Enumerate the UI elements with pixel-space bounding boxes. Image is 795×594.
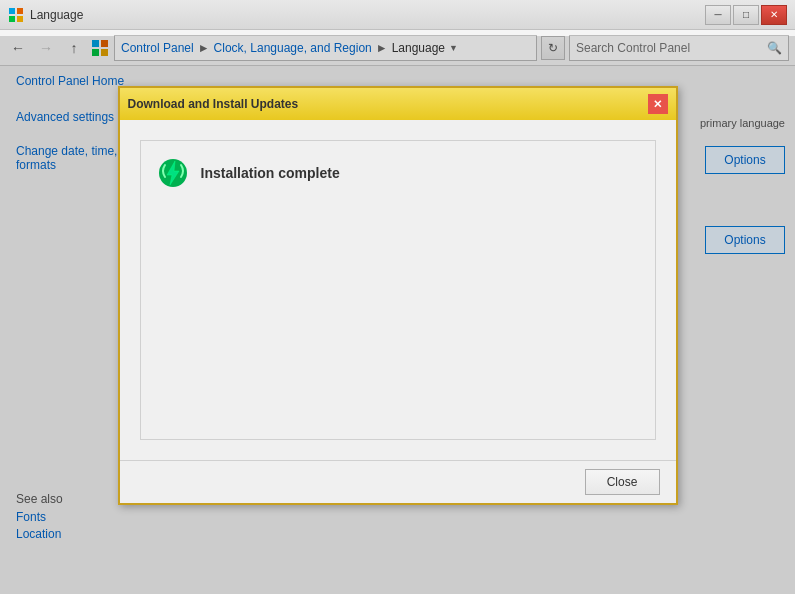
modal-close-button[interactable]: Close <box>585 469 660 495</box>
modal-overlay: Download and Install Updates ✕ <box>0 36 795 594</box>
modal-content-area: Installation complete <box>140 140 656 440</box>
window-title: Language <box>30 8 83 22</box>
main-window: Language ─ □ ✕ ← → ↑ Control Panel ► Clo… <box>0 0 795 594</box>
modal-footer: Close <box>120 460 676 503</box>
svg-rect-0 <box>9 8 15 14</box>
modal-close-x-button[interactable]: ✕ <box>648 94 668 114</box>
modal-dialog: Download and Install Updates ✕ <box>118 86 678 505</box>
restore-button[interactable]: □ <box>733 5 759 25</box>
svg-rect-2 <box>9 16 15 22</box>
modal-body: Installation complete <box>120 120 676 460</box>
title-bar-controls: ─ □ ✕ <box>705 5 787 25</box>
svg-rect-1 <box>17 8 23 14</box>
modal-title-bar: Download and Install Updates ✕ <box>120 88 676 120</box>
close-button[interactable]: ✕ <box>761 5 787 25</box>
title-bar: Language ─ □ ✕ <box>0 0 795 30</box>
window-icon <box>8 7 24 23</box>
install-complete-row: Installation complete <box>157 157 639 189</box>
install-complete-icon <box>157 157 189 189</box>
install-complete-text: Installation complete <box>201 165 340 181</box>
svg-rect-3 <box>17 16 23 22</box>
modal-title: Download and Install Updates <box>128 97 299 111</box>
title-bar-left: Language <box>8 7 83 23</box>
minimize-button[interactable]: ─ <box>705 5 731 25</box>
